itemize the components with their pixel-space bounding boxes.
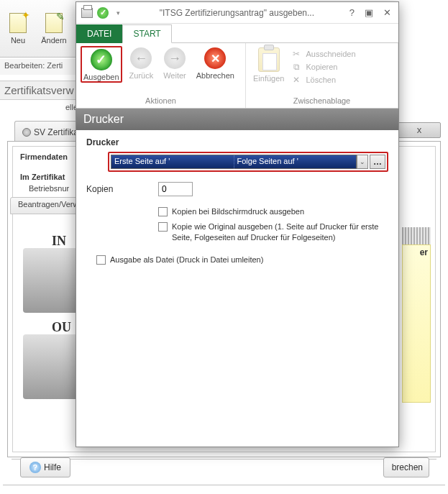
bottom-divider: [3, 485, 445, 485]
edit-label: Ändern: [41, 36, 66, 45]
printer-select-highlight: Erste Seite auf ' Folge Seiten auf ' ⌄ …: [108, 152, 388, 172]
cb-screenprint-label: Kopien bei Bildschirmdruck ausgeben: [172, 206, 304, 217]
printer-form: Drucker Erste Seite auf ' Folge Seiten a…: [76, 130, 398, 276]
ausschneiden-label: Ausschneiden: [306, 50, 355, 58]
abbrechen-button[interactable]: Abbrechen: [193, 46, 237, 81]
dialog-titlebar: ✓ ▾ "ITSG Zertifizierungsantrag" ausgebe…: [76, 2, 398, 24]
kopieren-item: ⧉Kopieren: [291, 62, 355, 72]
help-sys-icon[interactable]: ?: [349, 7, 355, 18]
background-toolbar: Neu Ändern: [0, 0, 79, 58]
tray-out-label: OU: [52, 320, 71, 335]
ok-mini-icon[interactable]: ✓: [96, 6, 109, 19]
tab-datei[interactable]: DATEI: [76, 24, 122, 43]
tab-start[interactable]: START: [122, 24, 171, 43]
weiter-label: Weiter: [163, 71, 186, 80]
group-aktionen: ✓ Ausgeben Zurück Weiter Abbrechen Aktio…: [76, 43, 246, 108]
imzert-label: Im Zertifikat: [20, 173, 65, 181]
printer-first-page: Erste Seite auf ': [111, 155, 234, 168]
print-dialog: ✓ ▾ "ITSG Zertifizierungsantrag" ausgebe…: [76, 1, 399, 447]
ausschneiden-item: ✂Ausschneiden: [291, 49, 355, 59]
ausgeben-label: Ausgeben: [83, 73, 119, 81]
abbrechen-label: Abbrechen: [196, 71, 234, 80]
delete-icon: ✕: [291, 75, 301, 85]
divider: [12, 459, 436, 459]
group-clipboard-label: Zwischenablage: [250, 96, 393, 106]
cb-screenprint-row[interactable]: Kopien bei Bildschirmdruck ausgeben: [158, 206, 388, 217]
checkbox-icon[interactable]: [158, 207, 168, 216]
printer-icon: [81, 6, 93, 19]
ribbon-tabs: DATEI START: [76, 24, 398, 42]
back-icon: [130, 47, 152, 69]
help-label: Hilfe: [44, 462, 61, 472]
clipboard-list: ✂Ausschneiden ⧉Kopieren ✕Löschen: [291, 46, 355, 85]
tab-datei-label: DATEI: [87, 29, 111, 39]
firmendaten-label: Firmendaten: [20, 152, 68, 161]
betrieb-label: Betriebsnur: [29, 184, 69, 193]
tab-start-label: START: [133, 29, 160, 39]
new-label: Neu: [11, 36, 25, 45]
close-icon[interactable]: ✕: [383, 7, 391, 18]
cb-original-label: Kopie wie Original ausgeben (1. Seite au…: [172, 221, 388, 243]
section-drucker-header: Drucker: [76, 109, 398, 130]
printer-dropdown-icon[interactable]: ⌄: [357, 155, 368, 169]
cancel-icon: [204, 47, 226, 69]
zurueck-button: Zurück: [127, 46, 157, 81]
side-panel-header: [402, 227, 431, 244]
maximize-icon[interactable]: ▣: [365, 7, 373, 18]
kopien-input[interactable]: [158, 182, 193, 196]
checkbox-icon[interactable]: [96, 255, 106, 265]
help-icon: ?: [29, 462, 41, 473]
einfuegen-label: Einfügen: [253, 74, 284, 83]
close-tab-button[interactable]: x: [398, 122, 441, 138]
loeschen-item: ✕Löschen: [291, 75, 355, 85]
editing-info: Bearbeiten: Zerti: [0, 59, 79, 75]
copy-icon: ⧉: [291, 62, 301, 72]
tray-out-box: OU: [23, 334, 81, 399]
bg-text-elle: elle: [0, 103, 79, 116]
help-button[interactable]: ? Hilfe: [20, 457, 70, 477]
new-button[interactable]: Neu: [0, 0, 36, 57]
cb-file-label: Ausgabe als Datei (Druck in Datei umleit…: [110, 255, 263, 265]
side-panel-label: er: [420, 247, 428, 257]
section-header-bg: Zertifikatsverw: [0, 81, 79, 100]
ausgeben-button[interactable]: ✓ Ausgeben: [81, 46, 122, 83]
ok-icon: ✓: [91, 49, 112, 70]
edit-button[interactable]: Ändern: [36, 0, 72, 57]
tray-graphic: IN OU: [23, 248, 81, 406]
new-doc-icon: [9, 13, 27, 33]
bg-right-label: brechen: [392, 462, 423, 472]
gear-icon: [22, 128, 31, 137]
tray-in-box: IN: [23, 248, 81, 313]
kopien-label: Kopien: [86, 184, 137, 194]
qat-dropdown-icon[interactable]: ▾: [116, 9, 120, 17]
side-panel-body: [402, 244, 431, 403]
zurueck-label: Zurück: [129, 71, 154, 80]
drucker-label: Drucker: [86, 137, 137, 147]
printer-follow-page: Folge Seiten auf ': [234, 155, 357, 168]
tray-in-label: IN: [52, 234, 66, 249]
forward-icon: [164, 47, 186, 69]
cb-file-row[interactable]: Ausgabe als Datei (Druck in Datei umleit…: [96, 255, 388, 265]
cb-original-row[interactable]: Kopie wie Original ausgeben (1. Seite au…: [158, 221, 388, 243]
group-zwischenablage: Einfügen ✂Ausschneiden ⧉Kopieren ✕Lösche…: [246, 43, 398, 108]
sv-tab-label: SV Zertifikat: [34, 127, 81, 137]
bg-right-button[interactable]: brechen: [383, 457, 429, 477]
group-aktionen-label: Aktionen: [81, 96, 241, 106]
edit-doc-icon: [45, 13, 63, 33]
checkbox-icon[interactable]: [158, 222, 168, 232]
dialog-title: "ITSG Zertifizierungsantrag" ausgeben...: [124, 8, 349, 18]
printer-select[interactable]: Erste Seite auf ' Folge Seiten auf ': [111, 155, 357, 169]
cut-icon: ✂: [291, 49, 301, 59]
einfuegen-button: Einfügen: [250, 46, 287, 84]
paste-icon: [258, 47, 280, 72]
loeschen-label: Löschen: [306, 76, 336, 84]
weiter-button: Weiter: [160, 46, 189, 81]
printer-browse-button[interactable]: …: [370, 155, 385, 169]
kopieren-label: Kopieren: [306, 63, 337, 71]
ribbon-body: ✓ Ausgeben Zurück Weiter Abbrechen Aktio…: [76, 42, 398, 109]
